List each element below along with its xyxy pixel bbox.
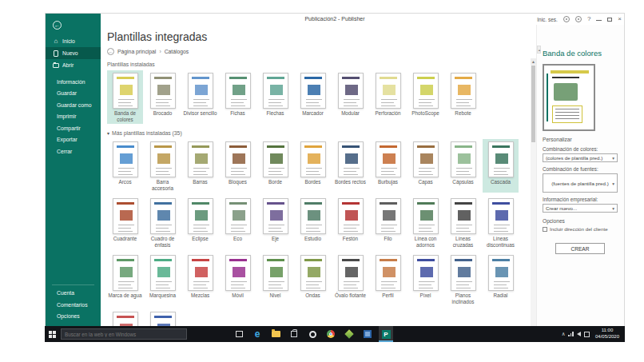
back-button[interactable]: ←: [53, 21, 62, 30]
breadcrumb-home[interactable]: Página principal: [117, 49, 156, 54]
sidebar-item-cerrar[interactable]: Cerrar: [46, 145, 101, 157]
blue-app-button[interactable]: [360, 326, 375, 342]
template-tile[interactable]: Radial: [483, 253, 519, 306]
template-tile[interactable]: Festón: [332, 196, 368, 249]
template-tile[interactable]: Divisor sencillo: [182, 70, 218, 124]
template-tile[interactable]: Capas: [407, 139, 443, 193]
template-tile[interactable]: Cascada: [483, 139, 519, 193]
scrollbar-thumb[interactable]: [531, 66, 535, 142]
template-tile[interactable]: Píxel: [407, 253, 443, 306]
business-info-dropdown[interactable]: Crear nuevo... ▾: [543, 204, 618, 213]
sidebar-item-exportar[interactable]: Exportar: [46, 134, 101, 146]
minimize-button[interactable]: [596, 17, 602, 22]
create-button[interactable]: CREAR: [555, 243, 605, 254]
template-tile[interactable]: Perforación: [370, 70, 406, 124]
template-tile[interactable]: Flechas: [257, 70, 293, 124]
template-tile[interactable]: Marca de agua: [107, 253, 143, 306]
template-tile[interactable]: Arcos: [107, 139, 143, 193]
feedback-frown-icon[interactable]: [575, 16, 582, 22]
template-tile[interactable]: Red: [107, 309, 143, 326]
template-tile[interactable]: Eje: [257, 196, 293, 249]
template-tile[interactable]: Burbujas: [370, 139, 406, 193]
template-tile[interactable]: Mezclas: [182, 253, 218, 306]
template-tile[interactable]: Bordes rectos: [332, 139, 368, 193]
template-tile[interactable]: Banda de colores: [107, 70, 143, 124]
template-tile[interactable]: Cuadro de énfasis: [145, 196, 181, 249]
section-label-more-installed[interactable]: ▾ Más plantillas instaladas (35): [107, 130, 531, 136]
template-tile[interactable]: Óvalo flotante: [332, 253, 368, 306]
edge-button[interactable]: e: [250, 326, 264, 342]
file-explorer-button[interactable]: [268, 326, 283, 342]
volume-icon[interactable]: [577, 332, 581, 336]
sidebar-item-cuenta[interactable]: Cuenta: [46, 288, 101, 300]
sidebar-item-guardar-como[interactable]: Guardar como: [46, 99, 101, 111]
action-center-icon[interactable]: [584, 332, 590, 337]
template-tile[interactable]: Bloques: [220, 139, 256, 193]
chrome-button[interactable]: [324, 326, 338, 342]
search-input[interactable]: [65, 332, 177, 337]
template-tile[interactable]: Filo: [370, 196, 406, 249]
sidebar-item-nuevo[interactable]: Nuevo: [46, 47, 101, 59]
template-tile[interactable]: Tablero: [145, 309, 181, 326]
template-tile[interactable]: Cápsulas: [445, 139, 481, 193]
store-button[interactable]: [287, 326, 301, 342]
template-tile[interactable]: Eclipse: [182, 196, 218, 249]
sign-in-button[interactable]: Inic. ses.: [537, 17, 558, 22]
template-tile[interactable]: Fichas: [220, 70, 256, 124]
sidebar-item-guardar[interactable]: Guardar: [46, 88, 101, 100]
publisher-taskbar-button[interactable]: P: [379, 326, 393, 342]
close-button[interactable]: ×: [618, 16, 622, 22]
start-button[interactable]: [45, 326, 59, 342]
sidebar-item-inicio[interactable]: Inicio: [46, 35, 101, 47]
template-tile[interactable]: Eco: [220, 196, 256, 249]
template-tile[interactable]: Modular: [332, 70, 368, 124]
template-tile[interactable]: Planos inclinados: [445, 253, 481, 306]
template-tile[interactable]: Perfil: [370, 253, 406, 306]
template-tile[interactable]: Borde: [257, 139, 293, 193]
scroll-up-icon[interactable]: ▲: [531, 58, 536, 65]
taskbar-search[interactable]: [61, 328, 187, 340]
template-tile[interactable]: Nivel: [257, 253, 293, 306]
chevron-up-icon[interactable]: ∧: [562, 332, 566, 337]
chrome-icon: [327, 330, 335, 338]
gallery-scrollbar[interactable]: ▲: [531, 58, 536, 326]
template-tile[interactable]: Ondas: [295, 253, 331, 306]
breadcrumb-back-icon[interactable]: ←: [107, 48, 114, 55]
template-tile[interactable]: Líneas cruzadas: [445, 196, 481, 249]
template-tile[interactable]: Rebote: [445, 70, 481, 124]
template-tile[interactable]: Móvil: [220, 253, 256, 306]
template-tile[interactable]: Marcador: [295, 70, 331, 124]
template-tile[interactable]: Brocado: [145, 70, 181, 124]
template-tile[interactable]: Línea con adornos: [407, 196, 443, 249]
sidebar-item-imprimir[interactable]: Imprimir: [46, 111, 101, 123]
customer-address-checkbox-row[interactable]: Incluir dirección del cliente: [543, 226, 618, 232]
breadcrumb-catalogos[interactable]: Catálogos: [165, 49, 189, 54]
template-tile[interactable]: Cuadrante: [107, 196, 143, 249]
template-tile[interactable]: PhotoScope: [407, 70, 443, 124]
feedback-smile-icon[interactable]: [563, 16, 570, 22]
font-scheme-dropdown[interactable]: (fuentes de plantilla pred.) ▾: [543, 173, 618, 193]
maximize-button[interactable]: [607, 18, 612, 22]
sidebar-item-opciones[interactable]: Opciones: [46, 311, 101, 323]
sidebar-item-información[interactable]: Información: [46, 76, 101, 88]
sidebar-item-comentarios[interactable]: Comentarios: [46, 299, 101, 311]
template-tile[interactable]: Marquesina: [145, 253, 181, 306]
template-tile[interactable]: Barra accesoria: [145, 139, 181, 193]
panel-scroll-up-icon[interactable]: ▲: [537, 46, 541, 54]
sidebar-item-compartir[interactable]: Compartir: [46, 122, 101, 134]
template-tile[interactable]: Estudio: [295, 196, 331, 249]
template-tile[interactable]: Bordes: [295, 139, 331, 193]
green-app-button[interactable]: [342, 326, 356, 342]
template-tile[interactable]: Barras: [182, 139, 218, 193]
template-thumbnail: [150, 198, 176, 234]
help-icon[interactable]: ?: [587, 16, 590, 22]
network-icon[interactable]: [568, 332, 574, 336]
checkbox-icon[interactable]: [543, 227, 547, 232]
template-gallery: Plantillas integradas ← Página principal…: [101, 25, 531, 326]
color-scheme-dropdown[interactable]: (colores de plantilla pred.) ▾: [543, 153, 618, 162]
task-view-button[interactable]: [232, 326, 246, 342]
media-app-button[interactable]: [305, 326, 320, 342]
taskbar-clock[interactable]: 11:00 04/05/2020: [593, 328, 622, 340]
sidebar-item-abrir[interactable]: Abrir: [46, 59, 101, 71]
template-tile[interactable]: Líneas discontinuas: [483, 196, 519, 249]
